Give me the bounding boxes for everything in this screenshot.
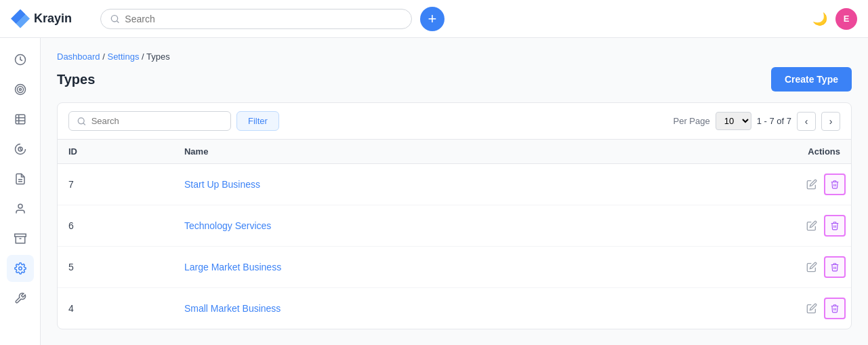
col-actions: Actions <box>625 140 851 164</box>
sidebar-item-target[interactable] <box>7 76 34 103</box>
search-icon <box>110 14 119 24</box>
trash-icon <box>830 180 840 189</box>
logo-icon <box>11 9 30 28</box>
col-name: Name <box>173 140 625 164</box>
cell-id: 4 <box>58 288 173 329</box>
create-type-button[interactable]: Create Type <box>771 67 852 92</box>
logo: Krayin <box>11 9 92 28</box>
cell-actions <box>625 205 851 247</box>
svg-point-13 <box>18 204 22 208</box>
table-search-input[interactable] <box>91 116 222 126</box>
delete-button[interactable] <box>824 256 846 278</box>
cell-id: 7 <box>58 164 173 205</box>
cell-actions <box>625 247 851 288</box>
svg-line-1 <box>117 20 119 22</box>
sidebar <box>0 38 41 345</box>
edit-icon <box>806 262 817 272</box>
edit-button[interactable] <box>802 175 821 194</box>
cell-actions <box>625 288 851 329</box>
edit-button[interactable] <box>802 216 821 235</box>
trash-icon <box>830 221 840 230</box>
sidebar-item-contacts[interactable] <box>7 195 34 222</box>
page-title: Types <box>57 72 95 87</box>
pagination-area: Per Page 10 25 50 1 - 7 of 7 ‹ › <box>673 112 840 131</box>
breadcrumb-dashboard[interactable]: Dashboard <box>57 52 100 62</box>
global-search-bar[interactable] <box>100 9 412 29</box>
add-button[interactable]: + <box>420 7 445 31</box>
cell-id: 5 <box>58 247 173 288</box>
edit-icon <box>806 220 817 231</box>
svg-line-18 <box>83 123 85 124</box>
edit-button[interactable] <box>802 299 821 318</box>
col-id: ID <box>58 140 173 164</box>
logo-text: Krayin <box>34 12 72 26</box>
delete-button[interactable] <box>824 174 846 195</box>
edit-icon <box>806 303 817 314</box>
per-page-label: Per Page <box>673 116 709 126</box>
cell-name: Small Market Business <box>173 288 625 329</box>
svg-rect-14 <box>14 234 26 237</box>
sidebar-item-list[interactable] <box>7 106 34 133</box>
cell-name: Technology Services <box>173 205 625 247</box>
types-table: ID Name Actions 7 Start Up Business 6 <box>58 140 851 329</box>
edit-icon <box>806 179 817 190</box>
nav-right: 🌙 E <box>812 8 857 30</box>
page-info: 1 - 7 of 7 <box>757 116 791 126</box>
sidebar-item-notes[interactable] <box>7 165 34 192</box>
edit-button[interactable] <box>802 258 821 277</box>
per-page-select[interactable]: 10 25 50 <box>716 112 751 130</box>
trash-icon <box>830 262 840 272</box>
svg-rect-6 <box>16 115 25 124</box>
cell-name: Start Up Business <box>173 164 625 205</box>
table-row: 5 Large Market Business <box>58 247 851 288</box>
main-layout: Dashboard / Settings / Types Types Creat… <box>0 38 868 345</box>
avatar[interactable]: E <box>835 8 857 30</box>
topnav: Krayin + 🌙 E <box>0 0 868 38</box>
cell-id: 6 <box>58 205 173 247</box>
cell-name: Large Market Business <box>173 247 625 288</box>
breadcrumb-current: Types <box>146 52 170 62</box>
page-header: Types Create Type <box>57 67 852 92</box>
sidebar-item-mail[interactable] <box>7 136 34 163</box>
table-row: 6 Technology Services <box>58 205 851 247</box>
search-icon <box>77 117 86 126</box>
svg-point-5 <box>19 89 21 91</box>
global-search-input[interactable] <box>125 14 402 24</box>
sidebar-item-activity[interactable] <box>7 46 34 73</box>
delete-button[interactable] <box>824 215 846 237</box>
cell-actions <box>625 164 851 205</box>
filter-button[interactable]: Filter <box>236 111 279 131</box>
table-row: 4 Small Market Business <box>58 288 851 329</box>
table-search-bar[interactable] <box>68 111 231 131</box>
next-page-button[interactable]: › <box>821 112 840 131</box>
svg-point-16 <box>18 267 22 270</box>
sidebar-item-settings[interactable] <box>7 255 34 282</box>
main-content: Dashboard / Settings / Types Types Creat… <box>41 38 868 345</box>
prev-page-button[interactable]: ‹ <box>797 112 816 131</box>
sidebar-item-archive[interactable] <box>7 225 34 252</box>
delete-button[interactable] <box>824 298 846 319</box>
table-container: Filter Per Page 10 25 50 1 - 7 of 7 ‹ › <box>57 102 852 329</box>
svg-point-4 <box>17 87 23 93</box>
sidebar-item-tools[interactable] <box>7 285 34 312</box>
trash-icon <box>830 304 840 313</box>
table-toolbar: Filter Per Page 10 25 50 1 - 7 of 7 ‹ › <box>58 103 851 140</box>
table-row: 7 Start Up Business <box>58 164 851 205</box>
breadcrumb: Dashboard / Settings / Types <box>57 52 852 62</box>
dark-mode-icon[interactable]: 🌙 <box>812 12 827 26</box>
breadcrumb-settings[interactable]: Settings <box>107 52 139 62</box>
